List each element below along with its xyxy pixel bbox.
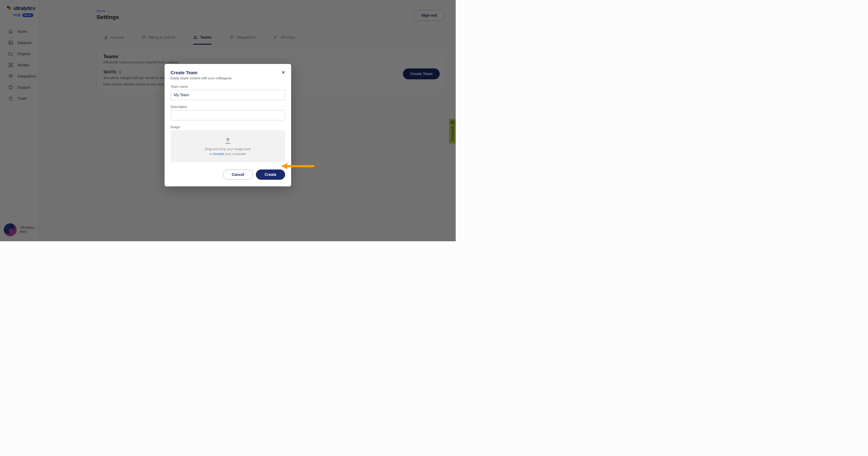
dropzone-line1: Drag and drop your image here [205,147,251,151]
modal-actions: Cancel Create [170,170,285,180]
modal-subtitle: Easily share content with your colleague… [170,76,285,80]
description-input[interactable] [170,110,285,120]
cancel-button[interactable]: Cancel [223,170,253,180]
close-button[interactable] [280,69,287,76]
description-label: Description [170,105,285,109]
dropzone-line2: or browse your computer [210,152,246,155]
upload-icon [224,137,232,145]
browse-link[interactable]: browse [213,152,224,155]
image-dropzone[interactable]: Drag and drop your image here or browse … [170,130,285,162]
create-button[interactable]: Create [256,170,285,180]
image-label: Image [170,125,285,129]
modal-title: Create Team [170,70,285,75]
close-icon [281,70,286,75]
create-team-modal: Create Team Easily share content with yo… [164,64,291,187]
team-name-input[interactable] [170,90,285,100]
team-name-label: Team name [170,85,285,88]
